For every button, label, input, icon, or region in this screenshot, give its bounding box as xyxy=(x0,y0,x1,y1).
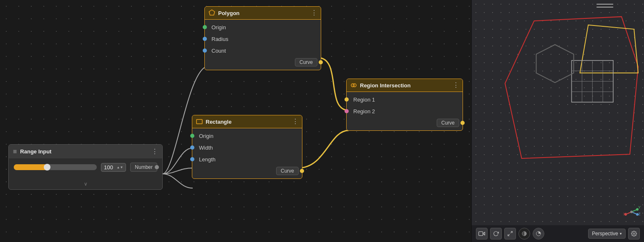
number-value: 100 xyxy=(104,164,113,171)
fullscreen-btn[interactable] xyxy=(504,228,516,239)
region-header: Region Intersection ⋮ xyxy=(347,79,463,92)
perspective-dropdown[interactable]: Perspective ▾ xyxy=(588,229,626,239)
number-output-label: Number xyxy=(130,163,157,172)
viewport-shapes xyxy=(472,0,644,242)
region-curve-btn[interactable]: Curve xyxy=(437,119,459,127)
rectangle-origin-row: Origin xyxy=(192,130,302,142)
yellow-trapezoid xyxy=(580,25,638,73)
polygon-curve-btn[interactable]: Curve xyxy=(295,58,317,66)
svg-point-21 xyxy=(630,211,633,213)
slider-fill xyxy=(14,164,47,170)
node-editor: ≡ Range Input ⋮ 100 ▲▼ Number ∨ xyxy=(0,0,471,242)
viewport-shading-btn[interactable] xyxy=(533,228,544,239)
refresh-btn[interactable] xyxy=(490,228,502,239)
axis-indicator: Y Z X xyxy=(622,203,641,221)
polygon-radius-row: Radius xyxy=(205,33,321,45)
polygon-node: Polygon ⋮ Origin Radius Count Curve xyxy=(204,6,321,70)
polygon-origin-row: Origin xyxy=(205,21,321,33)
range-icon: ≡ xyxy=(13,148,17,155)
polygon-radius-socket[interactable] xyxy=(203,37,207,41)
3d-viewport[interactable]: Y Z X xyxy=(471,0,644,242)
range-output-socket[interactable] xyxy=(155,165,159,169)
rectangle-origin-socket[interactable] xyxy=(190,134,194,138)
rectangle-width-row: Width xyxy=(192,142,302,153)
region-intersection-node: Region Intersection ⋮ Region 1 Region 2 … xyxy=(346,79,463,131)
polygon-origin-socket[interactable] xyxy=(203,25,207,29)
rectangle-curve-row: Curve xyxy=(192,165,302,177)
perspective-chevron: ▾ xyxy=(620,232,622,236)
svg-text:Y: Y xyxy=(638,205,641,209)
polygon-count-row: Count xyxy=(205,45,321,56)
region-body: Region 1 Region 2 Curve xyxy=(347,92,463,130)
rectangle-title: Rectangle xyxy=(206,119,289,125)
svg-marker-0 xyxy=(209,10,215,15)
slider-row: 100 ▲▼ Number xyxy=(14,163,157,172)
rectangle-width-socket[interactable] xyxy=(190,145,194,150)
range-input-title: Range Input xyxy=(20,148,148,155)
slider-thumb[interactable] xyxy=(44,164,50,171)
expand-chevron[interactable]: ∨ xyxy=(9,179,162,189)
rectangle-origin-label: Origin xyxy=(199,133,214,139)
range-input-menu-icon[interactable]: ⋮ xyxy=(151,148,158,155)
rectangle-length-label: Length xyxy=(199,156,216,163)
rectangle-length-socket[interactable] xyxy=(190,157,194,161)
hexagon-shape xyxy=(536,45,574,83)
number-input[interactable]: 100 ▲▼ xyxy=(101,163,126,172)
polygon-title: Polygon xyxy=(218,10,308,16)
viewport-settings-btn[interactable] xyxy=(628,228,640,239)
region2-row: Region 2 xyxy=(347,105,463,117)
rectangle-header: Rectangle ⋮ xyxy=(192,115,302,128)
range-input-node: ≡ Range Input ⋮ 100 ▲▼ Number ∨ xyxy=(8,144,163,190)
number-spinners[interactable]: ▲▼ xyxy=(116,166,123,169)
svg-point-18 xyxy=(636,208,639,211)
region2-socket[interactable] xyxy=(345,109,349,113)
polygon-origin-label: Origin xyxy=(211,24,226,31)
polygon-header: Polygon ⋮ xyxy=(205,7,321,20)
perspective-label: Perspective xyxy=(592,231,618,237)
region-curve-socket[interactable] xyxy=(460,121,465,125)
svg-text:Z: Z xyxy=(638,212,641,216)
rectangle-node: Rectangle ⋮ Origin Width Length Curve xyxy=(192,115,302,179)
range-input-body: 100 ▲▼ Number xyxy=(9,158,162,179)
region-curve-row: Curve xyxy=(347,117,463,129)
rectangle-width-label: Width xyxy=(199,145,213,151)
polygon-icon xyxy=(208,9,216,17)
svg-point-20 xyxy=(624,213,627,216)
region1-socket[interactable] xyxy=(345,97,349,102)
slider-track[interactable] xyxy=(14,164,97,170)
polygon-menu-icon[interactable]: ⋮ xyxy=(311,10,317,16)
svg-rect-1 xyxy=(196,120,202,124)
polygon-curve-socket[interactable] xyxy=(319,60,323,64)
polygon-radius-label: Radius xyxy=(211,36,228,42)
rectangle-curve-btn[interactable]: Curve xyxy=(276,167,299,175)
svg-line-24 xyxy=(508,234,510,236)
polygon-curve-row: Curve xyxy=(205,56,321,68)
viewport-bottom-bar: Perspective ▾ xyxy=(472,225,644,242)
region-title: Region Intersection xyxy=(360,82,450,89)
region-icon xyxy=(350,82,357,89)
region1-row: Region 1 xyxy=(347,94,463,105)
polygon-count-socket[interactable] xyxy=(203,48,207,53)
rectangle-curve-socket[interactable] xyxy=(300,169,304,173)
svg-point-19 xyxy=(636,213,639,216)
rectangle-menu-icon[interactable]: ⋮ xyxy=(292,118,299,125)
region1-label: Region 1 xyxy=(353,97,375,103)
polygon-count-label: Count xyxy=(211,48,226,54)
rectangle-icon xyxy=(196,118,203,125)
svg-line-23 xyxy=(511,232,512,233)
region-menu-icon[interactable]: ⋮ xyxy=(453,82,459,89)
rectangle-body: Origin Width Length Curve xyxy=(192,128,302,178)
svg-rect-22 xyxy=(479,232,483,235)
region2-label: Region 2 xyxy=(353,108,375,115)
polygon-body: Origin Radius Count Curve xyxy=(205,20,321,70)
rectangle-length-row: Length xyxy=(192,153,302,165)
svg-point-27 xyxy=(633,233,635,234)
camera-btn[interactable] xyxy=(476,228,488,239)
range-input-header: ≡ Range Input ⋮ xyxy=(9,145,162,158)
shading-btn[interactable] xyxy=(518,228,530,239)
